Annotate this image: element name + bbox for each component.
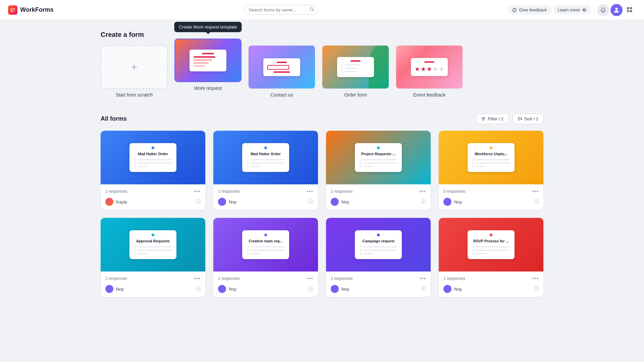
svg-point-0 (310, 7, 313, 10)
info-icon[interactable]: ⓘ (309, 286, 313, 292)
grid-icon (627, 7, 633, 13)
form-card-thumb: Creative team req... (213, 218, 318, 272)
radio-line (363, 246, 397, 247)
info-icon[interactable]: ⓘ (309, 199, 313, 205)
card-row-3 (360, 165, 397, 167)
card-form-inner: RSVP Process for ... (468, 230, 515, 259)
card-title: Campaign request (360, 239, 397, 243)
apps-grid-button[interactable] (624, 4, 636, 16)
radio-line (476, 250, 510, 251)
forms-grid: Mad Hatter Order (101, 131, 543, 297)
form-card-author: Noy ⓘ (331, 198, 426, 206)
sort-button[interactable]: Sort / 1 (513, 114, 543, 124)
radio-dot (247, 162, 249, 164)
author-avatar (331, 285, 339, 293)
card-form-inner: Project Requests ... (355, 143, 402, 172)
give-feedback-button[interactable]: Give feedback (507, 5, 551, 15)
form-card-card4[interactable]: Workforce Unplu... (439, 131, 543, 210)
radio-line (363, 163, 397, 164)
order-form-preview (337, 57, 374, 77)
author-name: Kayla (116, 199, 193, 204)
event-feedback-thumb: ★ ★ ★ ★ ★ (396, 45, 463, 89)
template-scratch[interactable]: + Start from scratch (101, 45, 168, 98)
svg-rect-5 (630, 7, 632, 9)
more-options-button[interactable]: ••• (532, 276, 539, 282)
form-card-footer: 1 responses ••• Noy ⓘ (213, 184, 318, 210)
form-card-author: Noy ⓘ (105, 285, 201, 293)
radio-line (251, 250, 284, 251)
card-form-inner: Mad Hatter Order (129, 143, 176, 172)
form-card-card7[interactable]: Campaign request (326, 218, 431, 297)
form-card-thumb: Campaign request (326, 218, 431, 272)
radio-dot (360, 249, 362, 251)
card-row-3 (472, 252, 510, 254)
more-options-button[interactable]: ••• (419, 276, 426, 282)
radio-line (138, 246, 172, 247)
work-request-tooltip: Create Work request template (174, 22, 241, 32)
more-options-button[interactable]: ••• (419, 188, 426, 194)
responses-count: 1 responses (331, 189, 353, 194)
card-row-3 (247, 252, 284, 254)
notifications-button[interactable] (597, 4, 609, 16)
info-icon[interactable]: ⓘ (421, 286, 426, 292)
filter-button[interactable]: Filter / 2 (476, 114, 508, 124)
template-order-form[interactable]: Order form (322, 45, 389, 98)
card-row-2 (360, 162, 397, 164)
radio-line-short (476, 166, 486, 167)
template-contact-us[interactable]: Contact us (248, 45, 315, 98)
form-card-card5[interactable]: Approval Requests (101, 218, 205, 297)
form-card-card2[interactable]: Mad Hatter Order (213, 131, 318, 210)
card-dot (152, 146, 154, 149)
more-options-button[interactable]: ••• (307, 276, 313, 282)
form-card-author: Noy ⓘ (443, 285, 539, 293)
more-options-button[interactable]: ••• (194, 276, 201, 282)
form-card-thumb: RSVP Process for ... (439, 218, 543, 272)
radio-dot (472, 165, 474, 167)
author-avatar (218, 198, 226, 206)
template-event-feedback[interactable]: ★ ★ ★ ★ ★ Event feedback (396, 45, 463, 98)
info-icon[interactable]: ⓘ (534, 286, 539, 292)
header-search[interactable] (244, 5, 318, 15)
radio-dot (134, 159, 136, 161)
all-forms-section: All forms Filter / 2 Sort / 1 (101, 114, 543, 297)
radio-dot (247, 249, 249, 251)
info-icon[interactable]: ⓘ (196, 199, 201, 205)
responses-count: 1 responses (105, 189, 127, 194)
card-row-2 (247, 162, 284, 164)
card-row-3 (134, 252, 172, 254)
form-card-author: Noy ⓘ (218, 198, 313, 206)
form-card-card6[interactable]: Creative team req... (213, 218, 318, 297)
form-card-card1[interactable]: Mad Hatter Order (101, 131, 205, 210)
all-forms-title: All forms (101, 115, 127, 122)
form-card-card8[interactable]: RSVP Process for ... (439, 218, 543, 297)
more-options-button[interactable]: ••• (307, 188, 313, 194)
search-input[interactable] (244, 5, 318, 15)
info-icon[interactable]: ⓘ (534, 199, 539, 205)
author-avatar (443, 198, 451, 206)
user-avatar[interactable] (610, 4, 623, 16)
info-icon[interactable]: ⓘ (421, 199, 426, 205)
radio-dot (134, 252, 136, 254)
radio-dot (247, 252, 249, 254)
form-card-author: Noy ⓘ (443, 198, 539, 206)
radio-line (251, 163, 284, 164)
form-card-thumb: Project Requests ... (326, 131, 431, 184)
form-card-card3[interactable]: Project Requests ... (326, 131, 431, 210)
more-options-button[interactable]: ••• (532, 188, 539, 194)
radio-line (138, 163, 172, 164)
card-row-1 (472, 159, 510, 161)
order-form-thumb (322, 45, 389, 89)
radio-line-short (363, 253, 373, 254)
radio-line-short (476, 253, 486, 254)
card-dot (490, 234, 492, 236)
plus-icon: + (131, 61, 138, 73)
learn-more-button[interactable]: Learn more (553, 5, 591, 15)
card-title: Mad Hatter Order (247, 152, 284, 156)
more-options-button[interactable]: ••• (194, 188, 201, 194)
info-icon[interactable]: ⓘ (196, 286, 201, 292)
feedback-icon (512, 8, 517, 12)
author-avatar (105, 198, 113, 206)
template-work-request[interactable]: Create Work request template Work reques… (174, 39, 241, 91)
create-section-title: Create a form (101, 31, 543, 39)
card-dot (264, 146, 267, 149)
